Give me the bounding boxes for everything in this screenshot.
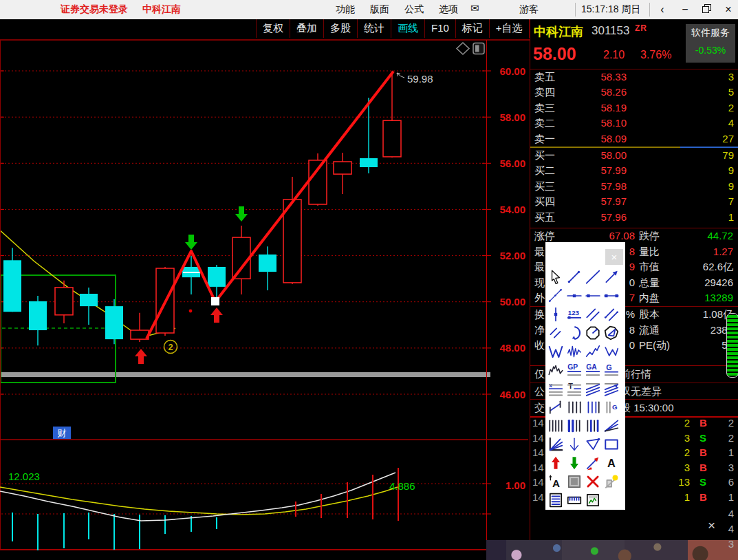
filled-square-tool-icon[interactable] [565,472,583,491]
vlines-4-tool-icon[interactable] [565,398,583,416]
polygon-tool-icon[interactable] [602,323,620,342]
level-label: 买一 [534,148,555,163]
clock: 15:17:18 周日 [581,3,640,16]
ruler-tool-icon[interactable] [565,491,583,509]
gp-label-tool-icon[interactable]: GP [565,360,583,379]
menu-版面[interactable]: 版面 [370,3,389,16]
stats-window-tool-icon[interactable] [583,491,602,509]
level-price: 58.00 [568,148,627,163]
line-tool-icon[interactable] [583,268,602,286]
divider [649,3,650,17]
sector-change: -0.53% [686,45,735,56]
down-arrow-tool-icon[interactable] [565,453,583,472]
toolbar-button-+自选[interactable]: +自选 [489,19,529,38]
hline-left-tool-icon[interactable] [583,286,602,305]
toolbar-button-多股[interactable]: 多股 [323,19,357,38]
text-a-tool-icon[interactable]: A [602,453,620,472]
restore-button[interactable] [697,1,715,18]
toolbar-button-复权[interactable]: 复权 [256,19,290,38]
hline-mid-tool-icon[interactable] [565,286,583,305]
level-volume: 9 [633,163,734,178]
svg-text:GA: GA [586,363,597,371]
arc-tool-icon[interactable] [565,323,583,342]
orderbook-row[interactable]: 卖五 58.33 3 [530,69,738,85]
palette-close-button[interactable]: × [605,249,623,265]
menu-功能[interactable]: 功能 [336,3,355,16]
ga-label-tool-icon[interactable]: GA [583,360,602,379]
t-lines-tool-icon[interactable]: T [565,379,583,398]
vlines-mix-tool-icon[interactable] [583,416,602,435]
orderbook-row[interactable]: 卖二 58.10 4 [530,116,738,131]
orderbook-row[interactable]: 卖一 58.09 27 [530,131,738,147]
zigzag-v-tool-icon[interactable] [602,342,620,360]
orderbook-row[interactable]: 买四 57.97 7 [530,194,738,209]
no-draw-tool-icon[interactable] [602,472,620,491]
zigzag-up-tool-icon[interactable] [583,342,602,360]
minimize-button[interactable]: − [676,1,694,18]
toolbar-button-画线[interactable]: 画线 [391,19,424,38]
stat-right-value: 2381 [661,323,733,338]
toolbar-button-标记[interactable]: 标记 [455,19,489,38]
fan-tool-icon[interactable] [602,416,620,435]
trend-seg-tool-icon[interactable] [546,398,565,416]
circle-radius-tool-icon[interactable] [583,323,602,342]
up-arrow-tool-icon[interactable] [546,453,565,472]
orderbook-row[interactable]: 卖四 58.26 5 [530,85,738,100]
price-123-tool-icon[interactable]: 123 [565,305,583,323]
video-thumbnail[interactable] [486,540,738,560]
waveform-tool-icon[interactable] [565,342,583,360]
text-a-up-tool-icon[interactable]: A [546,472,565,491]
arrow-red-tool-icon[interactable] [583,453,602,472]
restore-icon [702,4,711,13]
drawing-tools-palette[interactable]: × 123GPGAGxTGAA [545,242,625,510]
vlines-3-tool-icon[interactable] [583,398,602,416]
delete-x-tool-icon[interactable] [583,472,602,491]
orderbook-row[interactable]: 买三 57.98 9 [530,179,738,194]
tick-side: B [699,490,707,505]
vlines-bold-tool-icon[interactable] [565,416,583,435]
orderbook-row[interactable]: 卖三 58.19 2 [530,100,738,116]
channel2-tool-icon[interactable] [602,379,620,398]
titlebar-stock-name: 中科江南 [142,3,181,16]
pct-lines-tool-icon[interactable]: x [546,379,565,398]
orderbook-row[interactable]: 买一 58.00 79 [530,148,738,163]
rect-tool-icon[interactable] [602,435,620,453]
segment-dots-tool-icon[interactable] [546,286,565,305]
fan-corner-tool-icon[interactable] [546,435,565,453]
hline-ends-tool-icon[interactable] [602,286,620,305]
orderbook-row[interactable]: 买二 57.99 9 [530,163,738,178]
mail-icon[interactable]: ✉ [470,2,479,14]
arrow-line-tool-icon[interactable] [602,268,620,286]
tick-side: B [699,416,707,431]
sector-box[interactable]: 软件服务 -0.53% [686,24,735,63]
parallel-dots-tool-icon[interactable] [602,305,620,323]
vline-mid-tool-icon[interactable] [546,305,565,323]
level-volume: 4 [633,116,734,131]
segment-tool-icon[interactable] [565,268,583,286]
triangle-tool-icon[interactable] [583,435,602,453]
parallel-short-tool-icon[interactable] [546,323,565,342]
back-button[interactable]: ‹ [653,1,671,18]
thin-down-arrow-tool-icon[interactable] [565,435,583,453]
toolbar-button-叠加[interactable]: 叠加 [290,19,323,38]
orderbook-row[interactable]: 买五 57.96 1 [530,210,738,225]
vlines-5-tool-icon[interactable] [546,416,565,435]
toolbar-button-统计[interactable]: 统计 [357,19,391,38]
channel-tool-icon[interactable] [583,379,602,398]
g-label-tool-icon[interactable]: G [602,360,620,379]
chart-svg[interactable]: 60.0058.0056.0054.0052.0050.0048.0046.00… [0,39,530,552]
cursor-tool-icon[interactable] [546,268,565,286]
list-box-tool-icon[interactable] [546,491,565,509]
menu-公式[interactable]: 公式 [404,3,424,16]
w-wave-tool-icon[interactable] [546,342,565,360]
close-button[interactable]: × [719,1,737,18]
mountain-tool-icon[interactable] [546,360,565,379]
menu-选项[interactable]: 选项 [439,3,458,16]
level-price: 58.19 [568,100,627,116]
parallel-tool-icon[interactable] [583,305,602,323]
candlestick-chart[interactable]: 60.0058.0056.0054.0052.0050.0048.0046.00… [0,39,530,552]
toolbar-button-F10[interactable]: F10 [424,19,455,38]
svg-text:财: 财 [58,428,67,438]
vlines-g-tool-icon[interactable]: G [602,398,620,416]
tick-count-partial: 3 [710,537,734,551]
